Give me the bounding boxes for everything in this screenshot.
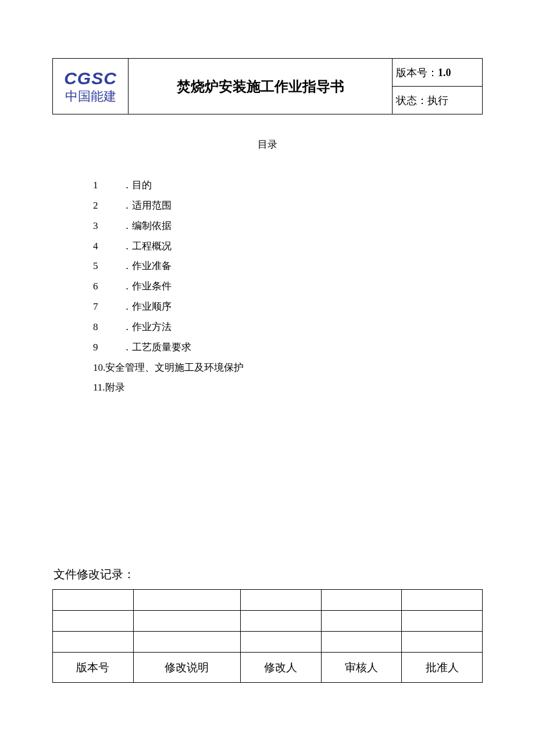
- toc-heading: 目录: [52, 138, 483, 151]
- table-row: [53, 590, 483, 611]
- toc-label: ．适用范围: [122, 200, 172, 211]
- toc-item: 10.安全管理、文明施工及环境保护: [93, 358, 483, 378]
- toc-label: ．工程概况: [122, 241, 172, 252]
- toc-list: 1．目的 2．适用范围 3．编制依据 4．工程概况 5．作业准备 6．作业条件 …: [93, 175, 483, 398]
- toc-item: 8．作业方法: [93, 317, 483, 338]
- toc-item: 4．工程概况: [93, 237, 483, 257]
- toc-label: ．作业顺序: [122, 301, 172, 312]
- toc-label: ．编制依据: [122, 220, 172, 231]
- toc-num: 3: [93, 216, 122, 237]
- col-version: 版本号: [53, 653, 134, 683]
- toc-label: ．目的: [122, 180, 152, 191]
- toc-item: 1．目的: [93, 175, 483, 196]
- toc-num: 6: [93, 277, 122, 297]
- toc-num: 7: [93, 297, 122, 317]
- table-header-row: 版本号 修改说明 修改人 审核人 批准人: [53, 653, 483, 683]
- toc-label: ．作业准备: [122, 260, 172, 271]
- logo-en: CGSC: [56, 69, 124, 88]
- revision-label: 文件修改记录：: [54, 567, 483, 582]
- toc-item: 3．编制依据: [93, 216, 483, 237]
- toc-label: ．工艺质量要求: [122, 342, 191, 353]
- toc-item: 9．工艺质量要求: [93, 338, 483, 358]
- header-table: CGSC 中国能建 焚烧炉安装施工作业指导书 版本号：1.0 状态：执行: [52, 58, 483, 114]
- col-modifier: 修改人: [240, 653, 321, 683]
- status-cell: 状态：执行: [393, 87, 483, 114]
- toc-num: 5: [93, 256, 122, 277]
- revision-table: 版本号 修改说明 修改人 审核人 批准人: [52, 589, 483, 683]
- version-label: 版本号：: [396, 67, 438, 78]
- version-cell: 版本号：1.0: [393, 59, 483, 87]
- col-approver: 批准人: [402, 653, 483, 683]
- status-label: 状态：: [396, 95, 427, 106]
- toc-num: 8: [93, 317, 122, 338]
- toc-num: 9: [93, 338, 122, 358]
- toc-item: 5．作业准备: [93, 256, 483, 277]
- toc-num: 2: [93, 196, 122, 216]
- col-desc: 修改说明: [133, 653, 240, 683]
- logo-cell: CGSC 中国能建: [53, 59, 129, 114]
- toc-item: 11.附录: [93, 378, 483, 398]
- toc-label: ．作业方法: [122, 321, 172, 332]
- toc-item: 7．作业顺序: [93, 297, 483, 317]
- toc-item: 2．适用范围: [93, 196, 483, 216]
- logo-cn: 中国能建: [56, 89, 124, 104]
- version-value: 1.0: [438, 67, 451, 78]
- table-row: [53, 632, 483, 653]
- toc-label: ．作业条件: [122, 281, 172, 292]
- toc-num: 1: [93, 175, 122, 196]
- toc-num: 4: [93, 237, 122, 257]
- toc-item: 6．作业条件: [93, 277, 483, 297]
- table-row: [53, 611, 483, 632]
- status-value: 执行: [427, 95, 448, 106]
- document-page: CGSC 中国能建 焚烧炉安装施工作业指导书 版本号：1.0 状态：执行 目录 …: [52, 58, 483, 683]
- col-reviewer: 审核人: [321, 653, 402, 683]
- document-title: 焚烧炉安装施工作业指导书: [129, 59, 393, 114]
